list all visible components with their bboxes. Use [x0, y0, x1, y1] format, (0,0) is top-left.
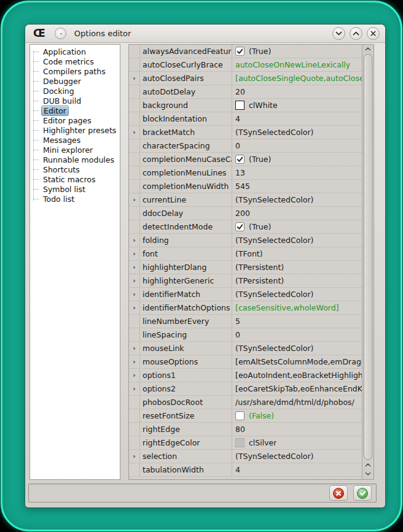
property-value-cell[interactable]: 0 — [232, 328, 362, 341]
property-row[interactable]: ›options1[eoAutoIndent,eoBracketHighligh… — [129, 369, 362, 382]
property-value-cell[interactable]: autoCloseOnNewLineLexically — [232, 58, 362, 71]
property-row[interactable]: lineNumberEvery5 — [129, 315, 362, 328]
row-expander-cell[interactable]: › — [129, 234, 140, 247]
row-expander-cell[interactable]: › — [129, 288, 140, 301]
property-value-cell[interactable]: 200 — [232, 207, 362, 220]
sidebar-item-highlighter-presets[interactable]: Highlighter presets — [30, 125, 120, 135]
expand-arrow-icon[interactable]: › — [133, 372, 136, 379]
property-value-cell[interactable]: 4 — [232, 463, 362, 476]
scroll-up-button[interactable] — [362, 45, 374, 53]
minimize-button[interactable] — [332, 27, 345, 40]
property-row[interactable]: rightEdgeColorclSilver — [129, 436, 362, 450]
property-row[interactable]: completionMenuWidth545 — [129, 180, 362, 193]
property-row[interactable]: backgroundclWhite — [129, 99, 362, 112]
expand-arrow-icon[interactable]: › — [133, 250, 136, 257]
property-row[interactable]: autoDotDelay20 — [129, 85, 362, 99]
property-value-cell[interactable]: [eoCaretSkipTab,eoEnhanceEndKey, — [232, 382, 362, 395]
maximize-button[interactable] — [350, 27, 362, 40]
row-expander-cell[interactable]: › — [129, 261, 140, 274]
row-expander-cell[interactable]: › — [129, 72, 140, 85]
title-bar[interactable]: Œ Options editor — [25, 25, 385, 43]
window-menu-button[interactable] — [55, 28, 66, 39]
property-value-cell[interactable]: clWhite — [232, 99, 362, 112]
property-row[interactable]: ›identifierMatch(TSynSelectedColor) — [129, 288, 362, 301]
expand-arrow-icon[interactable]: › — [133, 453, 136, 460]
color-swatch[interactable] — [235, 101, 245, 110]
scroll-up-button-bottom[interactable] — [362, 461, 374, 469]
sidebar-item-code-metrics[interactable]: Code metrics — [30, 56, 120, 66]
scroll-down-button[interactable] — [362, 469, 374, 478]
property-value-cell[interactable]: (True) — [232, 45, 362, 58]
row-expander-cell[interactable]: › — [129, 355, 140, 368]
property-row[interactable]: ›font(TFont) — [129, 247, 362, 261]
property-row[interactable]: ›identifierMatchOptions[caseSensitive,wh… — [129, 301, 362, 315]
sidebar-item-compilers-paths[interactable]: Compilers paths — [30, 66, 120, 76]
property-row[interactable]: ›mouseLink(TSynSelectedColor) — [129, 342, 362, 355]
property-row[interactable]: ›mouseOptions[emAltSetsColumnMode,emDrag… — [129, 355, 362, 369]
expand-arrow-icon[interactable]: › — [133, 304, 136, 311]
property-value-cell[interactable]: 4 — [232, 112, 362, 125]
sidebar-item-symbol-list[interactable]: Symbol list — [30, 184, 120, 194]
grid-scrollbar[interactable] — [362, 45, 374, 479]
sidebar-item-dub-build[interactable]: DUB build — [30, 96, 120, 106]
expand-arrow-icon[interactable]: › — [133, 277, 136, 284]
property-row[interactable]: ›bracketMatch(TSynSelectedColor) — [129, 126, 362, 139]
property-value-cell[interactable]: clSilver — [232, 436, 362, 449]
row-expander-cell[interactable]: › — [129, 274, 140, 287]
property-value-cell[interactable]: [emAltSetsColumnMode,emDragDrop — [232, 355, 362, 368]
expand-arrow-icon[interactable]: › — [133, 385, 136, 392]
property-row[interactable]: completionMenuLines13 — [129, 166, 362, 180]
property-row[interactable]: ›folding(TSynSelectedColor) — [129, 234, 362, 247]
accept-button[interactable] — [353, 485, 372, 501]
property-value-cell[interactable]: 545 — [232, 180, 362, 193]
property-row[interactable]: ›highlighterDlang(TPersistent) — [129, 261, 362, 274]
property-row[interactable]: characterSpacing0 — [129, 139, 362, 153]
row-expander-cell[interactable]: › — [129, 126, 140, 139]
checkbox-unchecked[interactable] — [235, 411, 245, 420]
property-row[interactable]: rightEdge80 — [129, 423, 362, 436]
property-row[interactable]: tabulationWidth4 — [129, 463, 362, 477]
property-row[interactable]: autoCloseCurlyBraceautoCloseOnNewLineLex… — [129, 58, 362, 72]
sidebar-item-static-macros[interactable]: Static macros — [30, 174, 120, 184]
property-value-cell[interactable]: (False) — [232, 409, 362, 422]
sidebar-item-docking[interactable]: Docking — [30, 86, 120, 96]
property-row[interactable]: ›options2[eoCaretSkipTab,eoEnhanceEndKey… — [129, 382, 362, 396]
expand-arrow-icon[interactable]: › — [133, 129, 136, 136]
sidebar-item-messages[interactable]: Messages — [30, 135, 120, 145]
scrollbar-track[interactable] — [362, 53, 374, 461]
expand-arrow-icon[interactable]: › — [133, 196, 136, 203]
property-value-cell[interactable]: 80 — [232, 423, 362, 436]
row-expander-cell[interactable]: › — [129, 301, 140, 314]
property-row[interactable]: ddocDelay200 — [129, 207, 362, 220]
property-value-cell[interactable]: (TPersistent) — [232, 274, 362, 287]
property-row[interactable]: completionMenuCaseCare(True) — [129, 153, 362, 166]
property-row[interactable]: ›autoClosedPairs[autoCloseSingleQuote,au… — [129, 72, 362, 85]
checkbox-checked[interactable] — [235, 155, 245, 164]
sidebar-item-application[interactable]: Application — [30, 47, 120, 56]
sidebar-item-mini-explorer[interactable]: Mini explorer — [30, 145, 120, 155]
property-row[interactable]: ›selection(TSynSelectedColor) — [129, 450, 362, 463]
property-value-cell[interactable]: (TSynSelectedColor) — [232, 288, 362, 301]
expand-arrow-icon[interactable]: › — [133, 75, 136, 82]
row-expander-cell[interactable]: › — [129, 247, 140, 260]
property-row[interactable]: phobosDocRoot/usr/share/dmd/html/d/phobo… — [129, 396, 362, 409]
property-value-cell[interactable]: /usr/share/dmd/html/d/phobos/ — [232, 396, 362, 409]
property-value-cell[interactable]: (TPersistent) — [232, 261, 362, 274]
property-value-cell[interactable]: (True) — [232, 153, 362, 166]
property-row[interactable]: lineSpacing0 — [129, 328, 362, 342]
property-row[interactable]: alwaysAdvancedFeatures(True) — [129, 45, 362, 58]
cancel-button[interactable] — [329, 485, 348, 501]
expand-arrow-icon[interactable]: › — [133, 264, 136, 271]
property-value-cell[interactable]: 13 — [232, 166, 362, 179]
row-expander-cell[interactable]: › — [129, 382, 140, 395]
sidebar-item-editor-pages[interactable]: Editor pages — [30, 115, 120, 125]
sidebar-item-debugger[interactable]: Debugger — [30, 76, 120, 86]
property-row[interactable]: ›currentLine(TSynSelectedColor) — [129, 193, 362, 207]
property-value-cell[interactable]: (TSynSelectedColor) — [232, 234, 362, 247]
row-expander-cell[interactable]: › — [129, 369, 140, 382]
close-button[interactable] — [367, 27, 380, 40]
property-row[interactable]: detectIndentMode(True) — [129, 220, 362, 234]
row-expander-cell[interactable]: › — [129, 450, 140, 463]
expand-arrow-icon[interactable]: › — [133, 291, 136, 298]
color-swatch[interactable] — [235, 438, 245, 447]
